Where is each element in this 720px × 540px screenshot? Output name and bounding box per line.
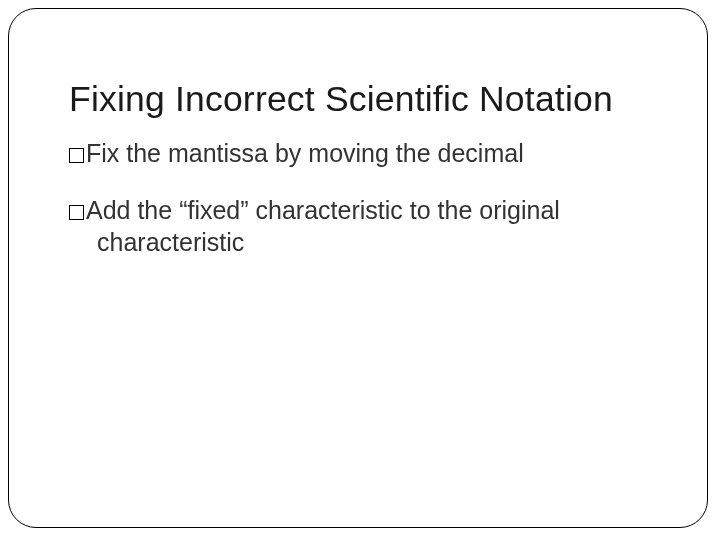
slide-title: Fixing Incorrect Scientific Notation bbox=[69, 79, 707, 120]
bullet-text: Fix the mantissa by moving the decimal bbox=[86, 139, 524, 167]
bullet-item: Add the “fixed” characteristic to the or… bbox=[69, 195, 647, 258]
bullet-list: Fix the mantissa by moving the decimal A… bbox=[69, 138, 647, 258]
bullet-text: Add the “fixed” characteristic to the or… bbox=[86, 196, 560, 224]
bullet-item: Fix the mantissa by moving the decimal bbox=[69, 138, 647, 169]
slide-frame: Fixing Incorrect Scientific Notation Fix… bbox=[8, 8, 708, 528]
square-bullet-icon bbox=[69, 148, 84, 163]
bullet-text-continuation: characteristic bbox=[69, 227, 647, 258]
square-bullet-icon bbox=[69, 205, 84, 220]
